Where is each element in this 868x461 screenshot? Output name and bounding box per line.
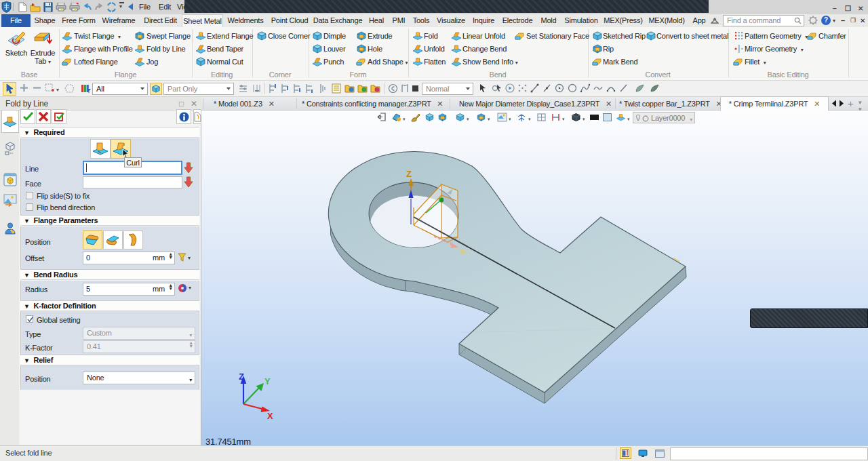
svg-text:X: X — [267, 411, 273, 421]
svg-text:31.7451mm: 31.7451mm — [205, 437, 251, 445]
svg-text:Y: Y — [264, 376, 271, 386]
svg-text:Z: Z — [406, 169, 412, 179]
svg-text:Z: Z — [239, 372, 244, 382]
